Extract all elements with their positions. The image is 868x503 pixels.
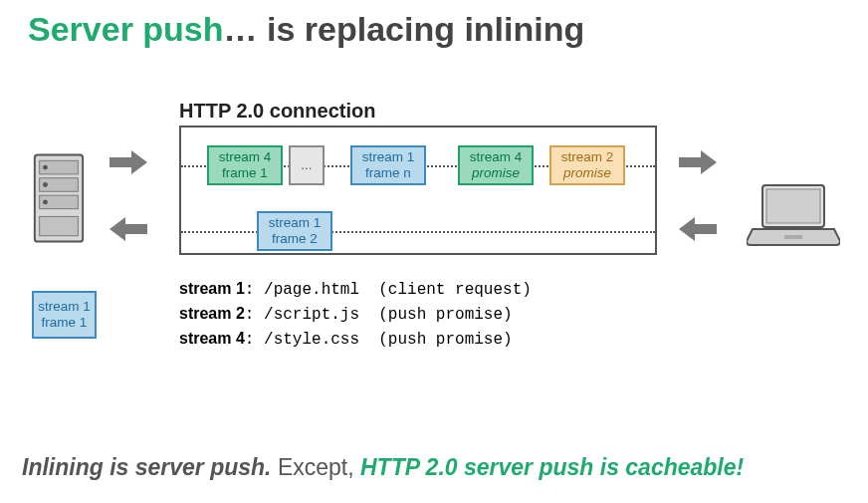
- svg-rect-10: [784, 235, 802, 239]
- legend-note: (push promise): [359, 331, 513, 349]
- arrow-right-icon: [677, 147, 719, 177]
- frame-line1: stream 2: [561, 149, 614, 165]
- footer-part1: Inlining is server push.: [22, 454, 272, 480]
- frame-line2: frame 1: [42, 315, 88, 331]
- connection-label: HTTP 2.0 connection: [179, 100, 375, 123]
- arrow-right-icon: [108, 147, 149, 177]
- server-icon: [30, 149, 88, 249]
- legend-label: stream 1: [179, 280, 245, 297]
- frame-line2: promise: [563, 165, 611, 181]
- legend-note: (client request): [359, 281, 532, 299]
- frame-line2: frame 1: [222, 165, 268, 181]
- legend-path: : /script.js: [245, 306, 359, 324]
- frame-line1: stream 1: [38, 299, 91, 315]
- legend-row-2: stream 2: /script.js (push promise): [179, 302, 532, 327]
- stream-legend: stream 1: /page.html (client request) st…: [179, 277, 532, 353]
- diagram: HTTP 2.0 connection stream 4 frame 1 ...: [0, 100, 868, 378]
- footer-part2: Except,: [272, 454, 360, 480]
- svg-rect-9: [766, 189, 820, 223]
- frame-stream2-promise: stream 2 promise: [549, 145, 625, 185]
- svg-point-5: [43, 182, 48, 187]
- frame-stream1-framen: stream 1 frame n: [350, 145, 426, 185]
- svg-rect-7: [40, 216, 79, 235]
- frame-line2: promise: [472, 165, 520, 181]
- frame-line1: stream 4: [470, 149, 523, 165]
- frame-ellipsis: ...: [289, 145, 325, 185]
- footer-accent: HTTP 2.0 server push is cacheable!: [360, 454, 744, 480]
- svg-point-4: [43, 165, 48, 170]
- svg-point-6: [43, 199, 48, 204]
- legend-path: : /style.css: [245, 331, 359, 349]
- legend-label: stream 4: [179, 330, 245, 347]
- frame-line2: frame n: [365, 165, 411, 181]
- frame-server-output: stream 1 frame 1: [32, 291, 97, 339]
- frame-stream4-frame1: stream 4 frame 1: [207, 145, 283, 185]
- frame-line1: stream 4: [219, 149, 272, 165]
- frame-line2: frame 2: [272, 231, 318, 247]
- frame-stream4-promise: stream 4 promise: [458, 145, 534, 185]
- legend-path: : /page.html: [245, 281, 359, 299]
- legend-row-1: stream 1: /page.html (client request): [179, 277, 532, 302]
- connection-box: stream 4 frame 1 ... stream 1 frame n st…: [179, 126, 657, 255]
- frame-stream1-frame2: stream 1 frame 2: [257, 211, 332, 251]
- arrow-left-icon: [108, 214, 149, 244]
- legend-note: (push promise): [359, 306, 513, 324]
- legend-label: stream 2: [179, 305, 245, 322]
- title-rest: … is replacing inlining: [224, 10, 585, 48]
- laptop-icon: [747, 181, 840, 249]
- page-title: Server push… is replacing inlining: [0, 0, 868, 49]
- frame-line1: ...: [301, 157, 312, 173]
- title-accent: Server push: [28, 10, 224, 48]
- bottom-flow-line: [181, 231, 655, 233]
- footer-text: Inlining is server push. Except, HTTP 2.…: [22, 454, 744, 481]
- frame-line1: stream 1: [362, 149, 415, 165]
- arrow-left-icon: [677, 214, 719, 244]
- frame-line1: stream 1: [269, 215, 322, 231]
- legend-row-3: stream 4: /style.css (push promise): [179, 327, 532, 352]
